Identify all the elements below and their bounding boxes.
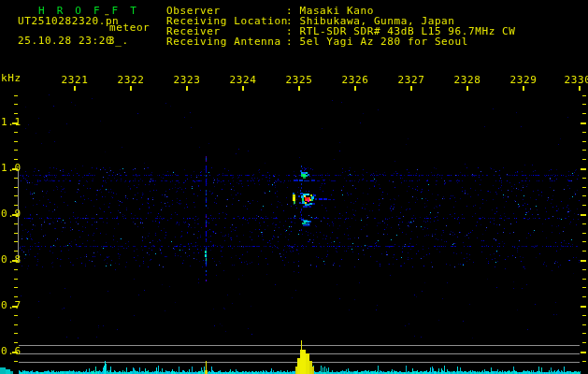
time-label-2326: 2326: [337, 75, 374, 85]
time-label-2322: 2322: [112, 75, 150, 85]
freq-label-0-7: 0.7: [1, 300, 22, 310]
datetime-text: 25.10.28 23:20: [18, 36, 112, 46]
time-label-2328: 2328: [449, 75, 486, 85]
time-label-2330: 2330: [559, 75, 588, 85]
time-label-2329: 2329: [505, 75, 542, 85]
time-label-2327: 2327: [393, 75, 430, 85]
time-label-2325: 2325: [280, 75, 318, 85]
freq-label-1-0: 1.0: [1, 163, 22, 173]
time-label-2323: 2323: [168, 75, 206, 85]
field-value-antenna: : 5el Yagi Az 280 for Seoul: [286, 36, 468, 47]
time-label-2324: 2324: [224, 75, 262, 85]
status-counter: 3_.: [108, 36, 129, 46]
freq-label-1-1: 1.1: [1, 117, 22, 127]
freq-label-0-6: 0.6: [1, 346, 22, 356]
freq-axis-unit: kHz: [1, 73, 22, 83]
text-layer: H R O F F T UT2510282320.pn ¨ meteor 25.…: [0, 0, 588, 374]
freq-label-0-8: 0.8: [1, 254, 22, 265]
freq-label-0-9: 0.9: [1, 209, 22, 219]
time-label-2321: 2321: [56, 75, 93, 85]
station-name: meteor: [109, 22, 150, 33]
field-label-antenna: Receiving Antenna: [166, 36, 281, 47]
hrofft-window: H R O F F T UT2510282320.pn ¨ meteor 25.…: [0, 0, 588, 374]
